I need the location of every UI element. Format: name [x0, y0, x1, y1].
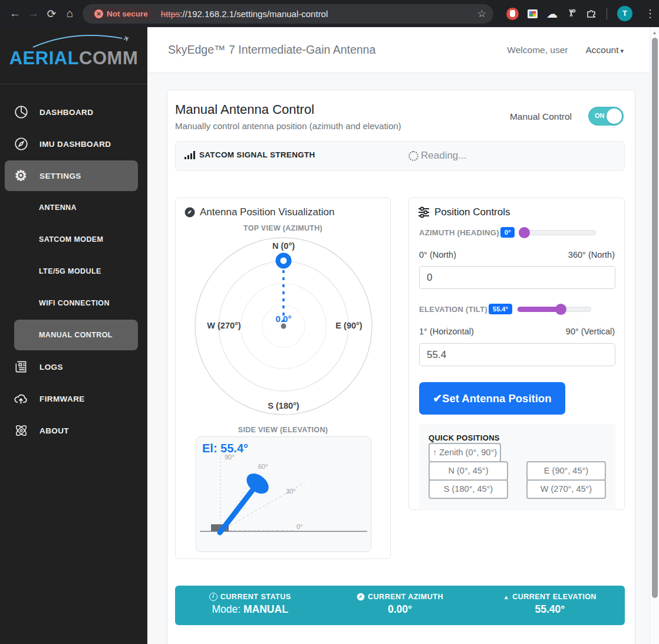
azimuth-slider-label: AZIMUTH (HEADING) [419, 228, 499, 237]
sidebar-nav: DASHBOARD IMU DASHBOARD ⚙ SETTINGS ANTEN… [0, 84, 147, 446]
scroll-up-icon[interactable]: ▲ [650, 27, 659, 35]
sidebar-item-label: ANTENNA [39, 203, 77, 212]
newspaper-icon [13, 359, 29, 375]
azimuth-slider-thumb[interactable] [519, 227, 530, 238]
sidebar-item-firmware[interactable]: FIRMWARE [5, 383, 138, 414]
caret-up-icon: ▲ [503, 594, 509, 600]
sliders-icon [418, 206, 430, 218]
current-status-bar: i CURRENT STATUS Mode: MANUAL CURRENT AZ… [175, 586, 625, 625]
sidebar-item-label: SETTINGS [39, 172, 81, 180]
status-mode-col: i CURRENT STATUS Mode: MANUAL [175, 586, 325, 625]
up-arrow-icon: ↑ [433, 448, 437, 457]
status-elevation-value: 55.40° [535, 603, 565, 615]
page-subtitle: Manually control antenna position (azimu… [175, 121, 401, 131]
status-elevation-col: ▲ CURRENT ELEVATION 55.40° [475, 586, 625, 625]
extensions-puzzle-icon[interactable] [586, 8, 597, 19]
sidebar-item-logs[interactable]: LOGS [5, 351, 138, 382]
sidebar-item-lte-5g-module[interactable]: LTE/5G MODULE [14, 256, 138, 287]
loading-spinner-icon [408, 151, 419, 161]
sidebar-item-manual-control[interactable]: MANUAL CONTROL [14, 320, 138, 350]
angle-30-label: 30° [286, 488, 296, 495]
signal-strength-panel: SATCOM SIGNAL STRENGTH Reading... [175, 141, 625, 171]
quick-east-button[interactable]: E (90°, 45°) [526, 461, 606, 481]
check-icon: ✔ [433, 392, 443, 405]
azimuth-max-label: 360° (North) [568, 250, 615, 259]
elevation-slider-thumb[interactable] [555, 304, 566, 315]
sidebar-item-dashboard[interactable]: DASHBOARD [5, 97, 138, 127]
compass-west-label: W (270°) [207, 321, 240, 330]
elevation-slider[interactable] [517, 307, 591, 312]
sidebar-item-label: IMU DASHBOARD [39, 140, 111, 149]
logo-primary: AERIAL [9, 48, 79, 68]
back-icon[interactable]: ← [6, 7, 24, 20]
side-view-label: SIDE VIEW (ELEVATION) [176, 426, 390, 434]
photos-extension-icon[interactable] [528, 9, 538, 18]
quick-south-button[interactable]: S (180°, 45°) [429, 479, 508, 499]
logo-secondary: COMM [79, 48, 138, 68]
app-header: SkyEdge™ 7 Intermediate-Gain Antenna Wel… [147, 27, 650, 73]
page-title: Manual Antenna Control [175, 102, 314, 117]
info-icon: i [209, 593, 218, 601]
azimuth-min-label: 0° (North) [419, 250, 456, 259]
elevation-input[interactable] [419, 343, 615, 366]
page-scrollbar[interactable]: ▲ [650, 27, 659, 644]
sidebar: ✈ AERIALCOMM DASHBOARD IMU DASHBOARD ⚙ S… [0, 27, 147, 644]
sidebar-item-label: WIFI CONNECTION [39, 299, 110, 307]
url-field[interactable]: ✕ Not secure https://192.168.2.1/setting… [83, 4, 493, 24]
compass-east-label: E (90°) [335, 321, 362, 330]
manual-control-toggle[interactable]: ON [588, 107, 624, 126]
sidebar-item-settings[interactable]: ⚙ SETTINGS [5, 160, 138, 191]
profile-avatar[interactable]: T [617, 6, 632, 21]
bookmark-star-icon[interactable]: ☆ [477, 8, 486, 20]
azimuth-slider[interactable] [519, 230, 596, 235]
adblock-icon[interactable] [506, 8, 519, 20]
status-mode-label: CURRENT STATUS [220, 593, 291, 601]
sidebar-item-wifi-connection[interactable]: WIFI CONNECTION [14, 288, 138, 318]
status-azimuth-value: 0.00° [388, 603, 412, 615]
sidebar-item-label: ABOUT [39, 426, 69, 435]
scrollbar-thumb[interactable] [652, 38, 658, 598]
toggle-knob [607, 109, 622, 124]
elevation-slider-label: ELEVATION (TILT) [419, 305, 487, 314]
not-secure-label: Not secure [107, 9, 148, 18]
sidebar-item-satcom-modem[interactable]: SATCOM MODEM [14, 224, 138, 255]
browser-toolbar: ← → ⟳ ⌂ ✕ Not secure https://192.168.2.1… [0, 0, 659, 27]
sidebar-item-about[interactable]: ABOUT [5, 415, 138, 446]
sidebar-item-imu-dashboard[interactable]: IMU DASHBOARD [5, 129, 138, 159]
angle-90-label: 90° [225, 454, 235, 461]
sidebar-item-antenna[interactable]: ANTENNA [14, 192, 138, 223]
compass-badge-icon [184, 207, 195, 218]
forward-icon[interactable]: → [24, 7, 42, 20]
app-title: SkyEdge™ 7 Intermediate-Gain Antenna [168, 43, 375, 57]
logo-swoosh-icon [31, 33, 125, 48]
quick-west-button[interactable]: W (270°, 45°) [526, 479, 606, 499]
quick-zenith-button[interactable]: ↑ Zenith (0°, 90°) [429, 443, 501, 462]
elevation-max-label: 90° (Vertical) [566, 327, 615, 336]
azimuth-readout: 0.0° [276, 314, 292, 324]
elevation-view-panel: El: 55.4° 90° 60° 30° 0° [196, 436, 371, 552]
not-secure-badge[interactable]: ✕ Not secure [90, 8, 155, 20]
cloud-extension-icon[interactable]: ☁ [546, 7, 558, 21]
status-azimuth-label: CURRENT AZIMUTH [368, 593, 443, 601]
elevation-min-label: 1° (Horizontal) [419, 327, 474, 336]
pins-extension-icon[interactable] [566, 8, 577, 19]
set-antenna-position-button[interactable]: ✔Set Antenna Position [419, 382, 565, 415]
sidebar-item-label: DASHBOARD [39, 108, 93, 117]
set-button-label: Set Antenna Position [442, 392, 551, 405]
compass-north-label: N (0°) [272, 241, 295, 251]
cloud-upload-icon [13, 391, 29, 407]
compass-icon [13, 136, 29, 152]
reload-icon[interactable]: ⟳ [42, 7, 61, 21]
home-icon[interactable]: ⌂ [61, 7, 79, 20]
controls-card-title: Position Controls [434, 206, 510, 218]
url-scheme: https [161, 9, 180, 19]
sidebar-item-label: SATCOM MODEM [39, 235, 103, 244]
azimuth-input[interactable] [419, 266, 615, 289]
quick-north-button[interactable]: N (0°, 45°) [429, 461, 508, 481]
browser-menu-icon[interactable]: ⋮ [645, 7, 655, 20]
antenna-arm [220, 487, 255, 533]
welcome-text: Welcome, user [507, 45, 568, 55]
status-azimuth-col: CURRENT AZIMUTH 0.00° [325, 586, 475, 625]
account-menu[interactable]: Account▾ [585, 45, 624, 55]
atom-icon [13, 423, 29, 439]
